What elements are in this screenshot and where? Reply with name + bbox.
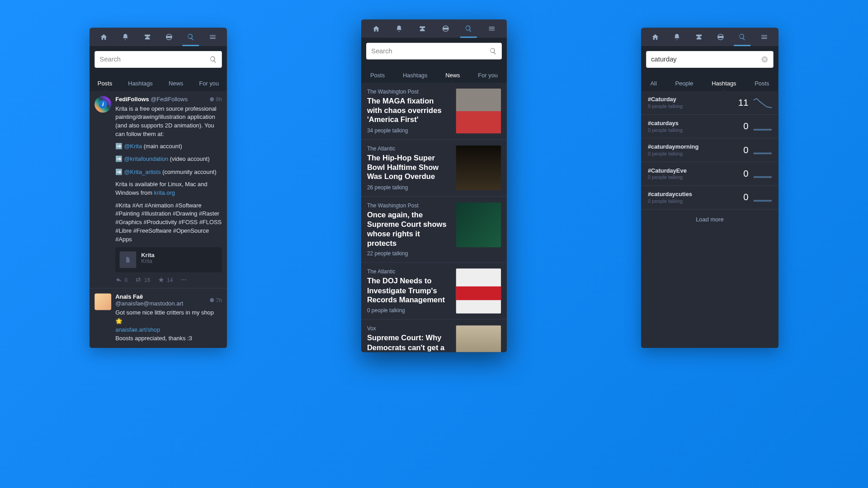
post-body: Anaïs Faë @anaisfae@mastodon.art 7h Got … xyxy=(115,294,222,348)
hashtag-talking: 0 people talking xyxy=(648,127,683,133)
tab-hashtags[interactable]: Hashtags xyxy=(127,76,155,91)
sparkline xyxy=(754,168,772,180)
tab-hashtags[interactable]: Hashtags xyxy=(710,76,738,91)
tab-news[interactable]: News xyxy=(444,68,462,83)
hashtag-name: #caturdays xyxy=(648,120,683,127)
news-talking: 22 people talking xyxy=(367,250,450,257)
menu-icon[interactable] xyxy=(206,30,219,43)
timestamp: 9h xyxy=(209,96,222,103)
hashtag-row[interactable]: #caturdays0 people talking 0 xyxy=(641,115,778,138)
clear-icon[interactable] xyxy=(761,56,769,63)
news-item[interactable]: The AtlanticThe DOJ Needs to Investigate… xyxy=(361,263,507,319)
fav-button[interactable]: 14 xyxy=(158,277,173,283)
tab-news[interactable]: News xyxy=(167,76,185,91)
news-headline: The DOJ Needs to Investigate Trump's Rec… xyxy=(367,277,450,305)
home-icon[interactable] xyxy=(649,30,662,43)
hashtag-count: 11 xyxy=(738,97,749,108)
hashtag-count: 0 xyxy=(743,169,748,179)
search-icon[interactable] xyxy=(736,30,749,43)
search-input[interactable] xyxy=(651,56,758,63)
external-link[interactable]: anaisfae.art/shop xyxy=(115,326,160,333)
hashtag-name: #caturdaycuties xyxy=(648,191,692,197)
community-icon[interactable] xyxy=(416,22,429,35)
tab-people[interactable]: People xyxy=(674,76,695,91)
menu-icon[interactable] xyxy=(758,30,771,43)
reply-button[interactable]: 0 xyxy=(115,277,127,283)
hashtag-talking: 0 people talking xyxy=(648,151,698,157)
top-nav xyxy=(90,28,227,46)
tab-foryou[interactable]: For you xyxy=(198,76,221,91)
news-thumb xyxy=(456,202,501,247)
news-source: The Washington Post xyxy=(367,202,450,209)
search-submit-icon[interactable] xyxy=(209,56,217,63)
search-bar xyxy=(641,46,778,73)
tab-posts[interactable]: Posts xyxy=(96,76,114,91)
news-source: The Atlantic xyxy=(367,145,450,152)
globe-icon[interactable] xyxy=(714,30,727,43)
post-item[interactable]: Anaïs Faë @anaisfae@mastodon.art 7h Got … xyxy=(90,289,227,348)
search-box[interactable] xyxy=(366,43,502,60)
post-content: Got some nice little critters in my shop… xyxy=(115,309,222,348)
hashtags[interactable]: #MastoArt #CreativeToots xyxy=(115,347,222,348)
hashtag-name: #caturdaymorning xyxy=(648,143,698,150)
svg-point-1 xyxy=(183,279,184,280)
mention-link[interactable]: @Krita xyxy=(124,143,142,150)
svg-point-0 xyxy=(181,279,182,280)
news-item[interactable]: VoxSupreme Court: Why Democrats can't ge… xyxy=(361,319,507,352)
author[interactable]: FediFollows @FediFollows xyxy=(115,96,188,103)
menu-icon[interactable] xyxy=(485,22,498,35)
news-source: The Washington Post xyxy=(367,89,450,95)
bell-icon[interactable] xyxy=(392,22,406,35)
tab-hashtags[interactable]: Hashtags xyxy=(401,68,429,83)
author[interactable]: Anaïs Faë @anaisfae@mastodon.art xyxy=(115,294,209,307)
search-input[interactable] xyxy=(371,47,486,55)
result-tabs: All People Hashtags Posts xyxy=(641,73,778,91)
search-bar xyxy=(90,46,227,73)
home-icon[interactable] xyxy=(369,22,382,35)
avatar[interactable] xyxy=(94,96,111,113)
search-input[interactable] xyxy=(99,56,206,63)
sparkline xyxy=(754,192,772,203)
community-icon[interactable] xyxy=(692,30,705,43)
hashtag-row[interactable]: #caturdaycuties0 people talking 0 xyxy=(641,186,778,209)
news-thumb xyxy=(456,89,501,133)
tab-posts[interactable]: Posts xyxy=(368,68,387,83)
tab-foryou[interactable]: For you xyxy=(476,68,500,83)
bell-icon[interactable] xyxy=(119,30,132,43)
search-submit-icon[interactable] xyxy=(489,47,497,55)
hashtags[interactable]: #Krita #Art #Animation #Software #Painti… xyxy=(115,201,222,243)
hashtag-row[interactable]: #Caturday9 people talking 11 xyxy=(641,91,778,114)
mention-link[interactable]: @kritafoundation xyxy=(124,155,168,162)
hashtag-row[interactable]: #caturdaymorning0 people talking 0 xyxy=(641,138,778,162)
community-icon[interactable] xyxy=(141,30,154,43)
globe-icon[interactable] xyxy=(162,30,175,43)
tab-all[interactable]: All xyxy=(649,76,659,91)
news-talking: 26 people talking xyxy=(367,184,450,190)
post-body: FediFollows @FediFollows 9h Krita is a f… xyxy=(115,96,222,283)
tab-posts[interactable]: Posts xyxy=(753,76,771,91)
news-headline: Once again, the Supreme Court shows whos… xyxy=(367,210,450,248)
home-icon[interactable] xyxy=(97,30,110,43)
news-item[interactable]: The Washington PostThe MAGA fixation wit… xyxy=(361,83,507,140)
link-card[interactable]: KritaKrita xyxy=(115,248,222,272)
search-icon[interactable] xyxy=(462,22,475,35)
card-subtitle: Krita xyxy=(141,258,154,264)
hashtag-count: 0 xyxy=(743,192,748,203)
search-icon[interactable] xyxy=(184,30,198,43)
mention-link[interactable]: @Krita_artists xyxy=(124,168,160,175)
post-content: Krita is a free open source professional… xyxy=(115,104,222,243)
news-item[interactable]: The Washington PostOnce again, the Supre… xyxy=(361,197,507,263)
post-item[interactable]: FediFollows @FediFollows 9h Krita is a f… xyxy=(90,91,227,288)
bell-icon[interactable] xyxy=(670,30,684,43)
globe-icon[interactable] xyxy=(439,22,452,35)
news-talking: 0 people talking xyxy=(367,307,450,313)
hashtag-row[interactable]: #CaturdayEve0 people talking 0 xyxy=(641,162,778,186)
load-more-button[interactable]: Load more xyxy=(641,210,778,230)
news-item[interactable]: The AtlanticThe Hip-Hop Super Bowl Halft… xyxy=(361,140,507,197)
boost-button[interactable]: 16 xyxy=(135,277,151,283)
search-box[interactable] xyxy=(94,51,222,68)
more-button[interactable] xyxy=(180,277,187,283)
external-link[interactable]: krita.org xyxy=(154,189,175,196)
search-box[interactable] xyxy=(646,51,774,68)
avatar[interactable] xyxy=(94,294,111,310)
